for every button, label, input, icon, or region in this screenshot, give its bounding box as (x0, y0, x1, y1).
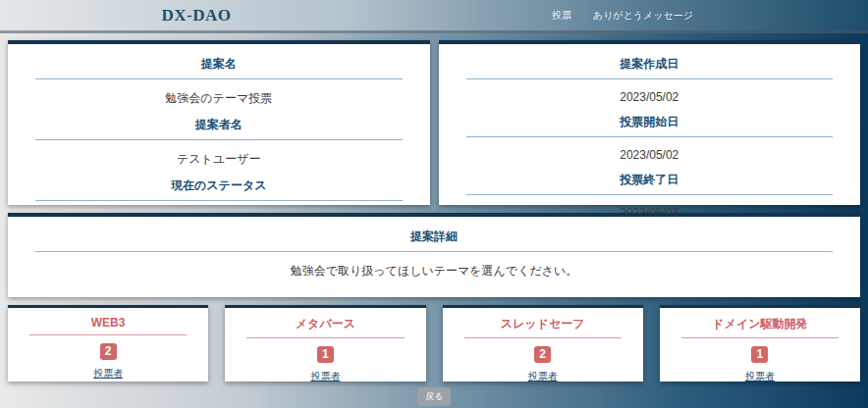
proposal-detail-card: 提案詳細 勉強会で取り扱ってほしいテーマを選んでください。 (8, 213, 860, 297)
proposer-name-field: 提案者名 テストユーザー (8, 117, 430, 168)
nav-link-vote[interactable]: 投票 (552, 9, 571, 23)
proposal-name-field: 提案名 勉強会のテーマ投票 (8, 56, 430, 107)
current-status-label: 現在のステータス (35, 178, 403, 201)
option-card-ddd: ドメイン駆動開発 1 投票者 (660, 305, 860, 382)
proposer-name-value: テストユーザー (8, 151, 430, 168)
option-card-metaverse: メタバース 1 投票者 (225, 305, 425, 382)
option-name: メタバース (246, 316, 404, 338)
proposal-summary-card: 提案名 勉強会のテーマ投票 提案者名 テストユーザー 現在のステータス 投票中 (8, 40, 430, 205)
header-nav: 投票 ありがとうメッセージ (552, 0, 693, 30)
vote-start-date-field: 投票開始日 2023/05/02 (439, 114, 861, 162)
vote-count-badge: 2 (534, 346, 551, 363)
created-date-value: 2023/05/02 (439, 90, 861, 104)
vote-count-badge: 1 (317, 346, 334, 363)
proposal-detail-value: 勉強会で取り扱ってほしいテーマを選んでください。 (8, 263, 860, 280)
app-title: DX-DAO (162, 6, 232, 26)
footer-bar: 戻る (0, 382, 868, 408)
option-card-web3: WEB3 2 投票者 (8, 305, 208, 382)
vote-end-date-label: 投票終了日 (466, 172, 834, 195)
option-card-threadsafe: スレッドセーフ 2 投票者 (443, 305, 643, 382)
proposer-name-label: 提案者名 (35, 117, 403, 140)
vote-count-badge: 1 (751, 346, 768, 363)
nav-link-thanks-message[interactable]: ありがとうメッセージ (593, 9, 693, 23)
proposal-name-label: 提案名 (35, 56, 403, 79)
option-name: スレッドセーフ (464, 316, 622, 338)
created-date-label: 提案作成日 (466, 56, 834, 79)
proposal-info-row: 提案名 勉強会のテーマ投票 提案者名 テストユーザー 現在のステータス 投票中 … (8, 40, 860, 205)
app-header: DX-DAO 投票 ありがとうメッセージ (0, 0, 868, 33)
vote-options-row: WEB3 2 投票者 メタバース 1 投票者 スレッドセーフ 2 投票者 ドメイ… (8, 305, 860, 382)
vote-start-date-value: 2023/05/02 (439, 148, 861, 162)
option-name: ドメイン駆動開発 (681, 316, 839, 338)
back-button[interactable]: 戻る (417, 387, 451, 406)
proposal-name-value: 勉強会のテーマ投票 (8, 90, 430, 107)
proposal-dates-card: 提案作成日 2023/05/02 投票開始日 2023/05/02 投票終了日 … (439, 40, 861, 205)
vote-count-badge: 2 (100, 343, 117, 360)
proposal-detail-label: 提案詳細 (35, 229, 833, 252)
voters-link[interactable]: 投票者 (93, 367, 123, 381)
page: DX-DAO 投票 ありがとうメッセージ 提案名 勉強会のテーマ投票 提案者名 … (0, 0, 868, 408)
main-content: 提案名 勉強会のテーマ投票 提案者名 テストユーザー 現在のステータス 投票中 … (0, 33, 868, 382)
created-date-field: 提案作成日 2023/05/02 (439, 56, 861, 104)
option-name: WEB3 (29, 316, 187, 335)
vote-start-date-label: 投票開始日 (466, 114, 834, 137)
